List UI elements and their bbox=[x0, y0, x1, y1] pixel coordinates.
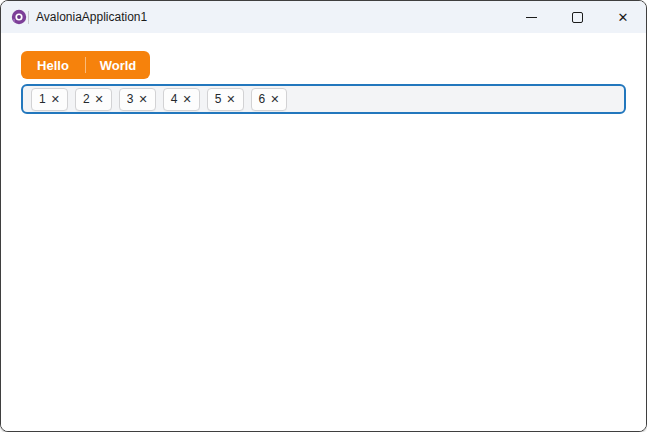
minimize-button[interactable] bbox=[508, 1, 554, 33]
window-title: AvaloniaApplication1 bbox=[36, 10, 508, 24]
close-icon: ✕ bbox=[618, 11, 629, 24]
chip-label: 2 bbox=[83, 92, 90, 106]
chip-item-3[interactable]: 3 ✕ bbox=[119, 88, 156, 111]
chip-remove-icon[interactable]: ✕ bbox=[226, 94, 235, 105]
chip-item-2[interactable]: 2 ✕ bbox=[75, 88, 112, 111]
title-bar[interactable]: AvaloniaApplication1 ✕ bbox=[1, 1, 646, 33]
tab-world[interactable]: World bbox=[86, 51, 150, 79]
chip-label: 5 bbox=[215, 92, 222, 106]
maximize-icon bbox=[572, 12, 583, 23]
tab-strip: Hello World bbox=[21, 51, 150, 79]
chip-item-5[interactable]: 5 ✕ bbox=[207, 88, 244, 111]
app-window: AvaloniaApplication1 ✕ Hello World bbox=[0, 0, 647, 432]
avalonia-logo-icon bbox=[11, 9, 27, 25]
tab-hello-label: Hello bbox=[37, 58, 69, 73]
chip-remove-icon[interactable]: ✕ bbox=[182, 94, 191, 105]
caption-buttons: ✕ bbox=[508, 1, 646, 33]
chip-remove-icon[interactable]: ✕ bbox=[95, 94, 104, 105]
tab-hello[interactable]: Hello bbox=[21, 51, 85, 79]
tab-world-label: World bbox=[100, 58, 137, 73]
minimize-icon bbox=[526, 17, 537, 18]
chip-remove-icon[interactable]: ✕ bbox=[270, 94, 279, 105]
chip-item-4[interactable]: 4 ✕ bbox=[163, 88, 200, 111]
app-icon bbox=[11, 9, 29, 25]
chip-label: 4 bbox=[171, 92, 178, 106]
maximize-button[interactable] bbox=[554, 1, 600, 33]
window-content: Hello World 1 ✕ 2 ✕ 3 ✕ 4 ✕ bbox=[1, 33, 646, 431]
chip-input-box[interactable]: 1 ✕ 2 ✕ 3 ✕ 4 ✕ 5 ✕ 6 ✕ bbox=[21, 84, 626, 114]
logo-stem-mark bbox=[28, 11, 29, 24]
chip-label: 3 bbox=[127, 92, 134, 106]
close-button[interactable]: ✕ bbox=[600, 1, 646, 33]
chip-item-1[interactable]: 1 ✕ bbox=[31, 88, 68, 111]
chip-remove-icon[interactable]: ✕ bbox=[139, 94, 148, 105]
chip-label: 6 bbox=[259, 92, 266, 106]
chip-item-6[interactable]: 6 ✕ bbox=[251, 88, 288, 111]
chip-remove-icon[interactable]: ✕ bbox=[51, 94, 60, 105]
chip-label: 1 bbox=[39, 92, 46, 106]
